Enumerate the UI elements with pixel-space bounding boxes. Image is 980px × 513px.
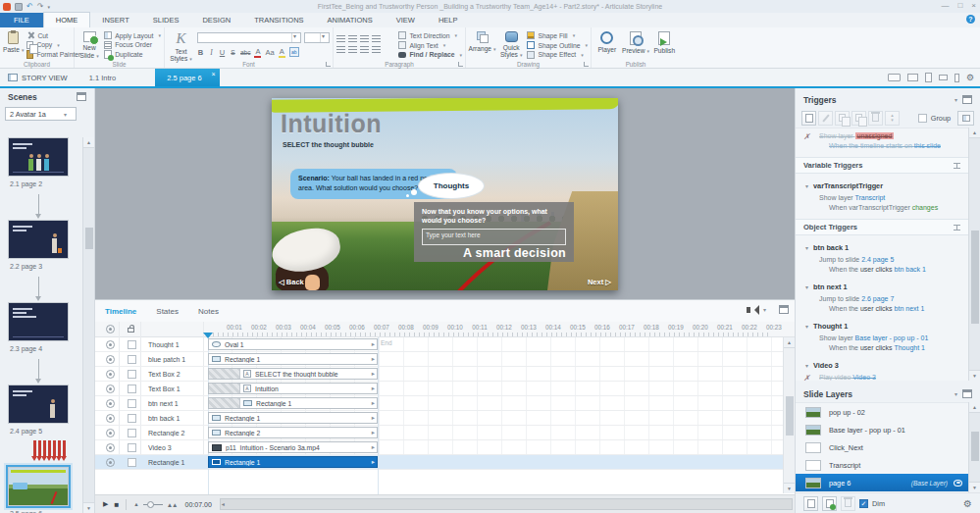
expand-arrow-icon[interactable]: ▸ <box>372 385 375 392</box>
visibility-toggle-icon[interactable] <box>106 385 115 393</box>
ribbon-tab-insert[interactable]: INSERT <box>90 13 140 27</box>
timeline-row[interactable]: Video 3p11_Intuition - Scenario 3a.mp4▸ <box>95 440 783 455</box>
font-style-button[interactable]: I <box>208 48 215 57</box>
font-style-button[interactable]: A <box>254 47 261 58</box>
visibility-toggle-icon[interactable] <box>106 399 115 408</box>
trigger-group-header[interactable]: ▾Thought 1 <box>796 322 968 331</box>
qat-dropdown-icon[interactable]: ▾ <box>47 3 50 11</box>
laptop-icon[interactable] <box>888 74 901 81</box>
trigger-item[interactable]: Show layer TranscriptWhen varTranscriptT… <box>796 193 968 213</box>
audio-icon[interactable] <box>747 307 750 313</box>
font-style-button[interactable]: A <box>279 47 285 58</box>
focus-order-button[interactable]: Focus Order <box>104 41 161 50</box>
trigger-item[interactable]: Jump to slide 2.6 page 7When the user cl… <box>796 294 968 314</box>
scrollbar-thumb[interactable] <box>971 231 979 324</box>
collapse-panel-icon[interactable] <box>77 92 86 101</box>
ribbon-tab-animations[interactable]: ANIMATIONS <box>316 13 385 27</box>
delete-layer-button[interactable] <box>841 496 855 511</box>
text-direction-button[interactable]: Text Direction <box>398 31 462 40</box>
font-style-button[interactable]: B <box>197 48 204 57</box>
align-buttons[interactable] <box>336 45 381 53</box>
monitor-icon[interactable] <box>907 74 918 81</box>
scrollbar-thumb[interactable] <box>786 396 794 436</box>
collapse-panel-icon[interactable] <box>962 95 972 104</box>
new-trigger-button[interactable] <box>801 111 816 126</box>
group-checkbox[interactable] <box>918 114 927 123</box>
dim-checkbox[interactable]: ✓ <box>859 499 868 508</box>
chevron-down-icon[interactable]: ▾ <box>954 96 957 103</box>
undo-icon[interactable]: ↶ <box>26 3 33 11</box>
play-button[interactable]: ▶ <box>103 500 108 508</box>
spellcheck-icon[interactable]: ab <box>289 47 299 57</box>
phone-icon[interactable] <box>954 74 959 82</box>
ribbon-tab-file[interactable]: FILE <box>0 13 43 27</box>
chevron-down-icon[interactable]: ▾ <box>763 306 766 313</box>
timeline-row[interactable]: Text Box 2SELECT the thought bubble▸ <box>95 367 783 382</box>
lock-checkbox[interactable] <box>128 355 136 364</box>
playhead-marker[interactable] <box>203 333 213 343</box>
thought-bubble[interactable]: Thoughts <box>419 174 484 198</box>
chevron-down-icon[interactable]: ▾ <box>954 390 957 397</box>
scrollbar-thumb[interactable] <box>85 228 93 249</box>
scrollbar-thumb[interactable] <box>971 432 979 461</box>
scroll-down-icon[interactable]: ▼ <box>969 482 980 492</box>
layer-settings-gear-icon[interactable]: ⚙ <box>963 498 972 509</box>
find-replace-button[interactable]: Find / Replace <box>398 50 462 59</box>
player-button[interactable]: Player <box>594 29 620 59</box>
visibility-toggle-icon[interactable] <box>106 429 115 437</box>
scroll-up-icon[interactable]: ▲ <box>969 128 980 138</box>
timeline-horizontal-scrollbar[interactable] <box>220 498 793 510</box>
slide-text-input[interactable]: Type your text here <box>422 229 566 245</box>
timeline-bar[interactable]: Rectangle 1▸ <box>208 353 378 365</box>
text-styles-button[interactable]: K Text Styles <box>168 29 194 59</box>
expand-arrow-icon[interactable]: ▸ <box>372 458 375 466</box>
timeline-bar[interactable]: Rectangle 1▸ <box>208 412 378 424</box>
triggers-scrollbar[interactable]: ▲ ▼ <box>968 128 980 381</box>
ribbon-tab-transitions[interactable]: TRANSITIONS <box>242 13 315 27</box>
trigger-item[interactable]: Jump to slide 2.4 page 5When the user cl… <box>796 255 968 275</box>
zoom-in-icon[interactable]: ▲▲ <box>167 501 178 508</box>
question-box[interactable]: Now that you know your options, what wou… <box>414 202 574 262</box>
ribbon-tab-design[interactable]: DESIGN <box>190 13 242 27</box>
scene-dropdown[interactable]: 2 Avatar 1a ▾ <box>5 107 77 121</box>
timeline-bar[interactable]: Rectangle 2▸ <box>208 427 378 438</box>
tablet-icon[interactable] <box>925 73 932 82</box>
apply-layout-button[interactable]: Apply Layout <box>104 31 161 40</box>
timeline-bar[interactable]: Rectangle 1▸ <box>208 397 378 409</box>
layers-scrollbar[interactable]: ▲ ▼ <box>968 402 980 492</box>
drawing-dialog-launcher-icon[interactable] <box>584 62 589 67</box>
slide-layer-row[interactable]: pop up - 02 <box>796 403 968 421</box>
list-buttons[interactable] <box>336 34 381 42</box>
edit-trigger-button[interactable] <box>818 111 833 126</box>
timeline-bar[interactable]: Oval 1▸ <box>208 338 378 350</box>
scene-thumbnail[interactable] <box>8 385 81 424</box>
delete-trigger-button[interactable] <box>868 111 883 126</box>
timeline-tab-timeline[interactable]: Timeline <box>95 300 146 322</box>
font-style-button[interactable]: S <box>230 49 236 56</box>
visibility-toggle-icon[interactable] <box>106 458 115 467</box>
align-text-button[interactable]: Align Text <box>398 41 462 50</box>
copy-trigger-button[interactable] <box>835 111 850 126</box>
tablet-landscape-icon[interactable] <box>939 75 948 80</box>
expand-arrow-icon[interactable]: ▸ <box>372 429 375 436</box>
scroll-up-icon[interactable]: ▲ <box>969 402 980 413</box>
timeline-tab-states[interactable]: States <box>146 300 188 322</box>
paste-trigger-button[interactable] <box>851 111 866 126</box>
font-size-combobox[interactable] <box>304 32 330 43</box>
trigger-group-header[interactable]: ▾btn next 1 <box>796 282 968 291</box>
slide-stage[interactable]: Intuition SELECT the thought bubble Scen… <box>272 98 618 290</box>
scroll-up-icon[interactable]: ▲ <box>83 137 94 148</box>
ribbon-tab-slides[interactable]: SLIDES <box>141 13 191 27</box>
expand-arrow-icon[interactable]: ▸ <box>372 370 375 378</box>
scene-thumbnail[interactable] <box>8 220 81 259</box>
visibility-toggle-icon[interactable] <box>106 443 115 452</box>
slide-layer-row[interactable]: Base layer - pop up - 01 <box>796 421 968 438</box>
trigger-item[interactable]: ✗Play video Video 3When Video 3 complete… <box>796 373 968 381</box>
slide-layer-row[interactable]: Click_Next <box>796 438 968 456</box>
back-button[interactable]: ◁ Back <box>279 278 304 286</box>
expand-arrow-icon[interactable]: ▸ <box>372 399 375 407</box>
slide-canvas[interactable]: Intuition SELECT the thought bubble Scen… <box>95 88 795 299</box>
trigger-group-header[interactable]: ▾Video 3 <box>796 361 968 370</box>
scroll-down-icon[interactable]: ▼ <box>969 370 980 381</box>
scenes-scrollbar[interactable]: ▲ ▼ <box>82 137 94 513</box>
